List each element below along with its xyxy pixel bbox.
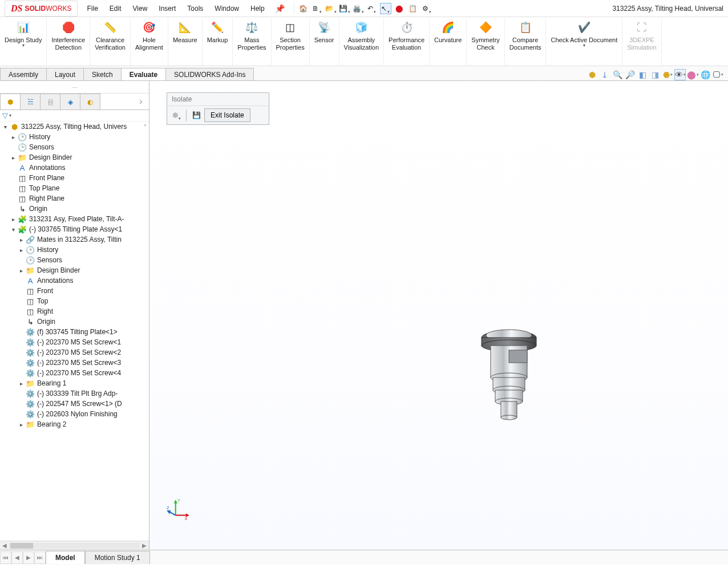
- ribbon-curvature[interactable]: 🌈Curvature: [430, 18, 467, 66]
- ribbon-section-properties[interactable]: ◫SectionProperties: [272, 18, 310, 66]
- bottom-tab-motion-study-1[interactable]: Motion Study 1: [85, 551, 150, 564]
- tree-item[interactable]: ⚙️(-) 202370 M5 Set Screw<2: [0, 347, 149, 358]
- tree-item[interactable]: ▸📁Bearing 2: [0, 419, 149, 429]
- tree-item[interactable]: ⚙️(-) 202603 Nylon Finishing: [0, 409, 149, 419]
- tree-item[interactable]: ▸📁Design Binder: [0, 152, 149, 163]
- tree-item[interactable]: ▸📁Design Binder: [0, 265, 149, 275]
- scene-icon[interactable]: 🌐: [699, 69, 711, 80]
- file-props-icon[interactable]: 📋: [407, 3, 419, 14]
- menu-window[interactable]: Window: [210, 2, 244, 15]
- menu-view[interactable]: View: [128, 2, 152, 15]
- menu-file[interactable]: File: [82, 2, 102, 15]
- config-manager-tab[interactable]: ⌸: [40, 94, 60, 109]
- property-manager-tab[interactable]: ☵: [20, 94, 41, 109]
- tree-item[interactable]: ⚙️(-) 303339 Tilt Plt Brg Adp-: [0, 388, 149, 399]
- tree-item[interactable]: ⚙️(-) 202370 M5 Set Screw<3: [0, 358, 149, 368]
- tab-nav-prev[interactable]: ◀: [11, 551, 23, 564]
- tab-assembly[interactable]: Assembly: [0, 68, 47, 80]
- tree-item[interactable]: ◫Right: [0, 306, 149, 317]
- select-icon[interactable]: ↖: [380, 3, 391, 14]
- tab-nav-last[interactable]: ⏭: [34, 551, 46, 564]
- tree-item[interactable]: ▸🕑History: [0, 132, 149, 142]
- menu-edit[interactable]: Edit: [105, 2, 126, 15]
- twist-icon[interactable]: ▸: [9, 155, 17, 161]
- display-style-icon[interactable]: ⬣: [662, 69, 673, 80]
- tree-item[interactable]: ◫Front: [0, 286, 149, 296]
- tree-item[interactable]: 🕑Sensors: [0, 255, 149, 265]
- appearance-icon[interactable]: ⬤: [687, 69, 698, 80]
- tree-item[interactable]: ▾🧩(-) 303765 Tilting Plate Assy<1: [0, 224, 149, 234]
- feature-tree-tab[interactable]: ⬢: [0, 94, 21, 109]
- tab-evaluate[interactable]: Evaluate: [121, 68, 166, 80]
- dim-tab[interactable]: ◈: [60, 94, 80, 109]
- ribbon-markup[interactable]: ✏️Markup: [203, 18, 233, 66]
- twist-icon[interactable]: ▸: [17, 380, 25, 387]
- tab-nav-next[interactable]: ▶: [23, 551, 34, 564]
- options-icon[interactable]: ⚙: [421, 3, 432, 14]
- hide-show-icon[interactable]: 👁: [674, 69, 686, 80]
- menu-tools[interactable]: Tools: [183, 2, 208, 15]
- ribbon-compare-documents[interactable]: 📋CompareDocuments: [505, 18, 547, 66]
- ribbon-check-active-document[interactable]: ✔️Check Active Document▾: [546, 18, 622, 66]
- menu-insert[interactable]: Insert: [154, 2, 180, 15]
- horizontal-scrollbar[interactable]: ◀ ▶: [0, 541, 149, 550]
- open-icon[interactable]: 📂: [325, 3, 337, 14]
- tab-nav-first[interactable]: ⏮: [0, 551, 11, 564]
- ribbon-performance-evaluation[interactable]: ⏱️PerformanceEvaluation: [384, 18, 430, 66]
- tree-item[interactable]: ◫Right Plane: [0, 193, 149, 204]
- new-doc-icon[interactable]: 🗎: [312, 3, 323, 14]
- tree-item[interactable]: ▸🕑History: [0, 245, 149, 255]
- viewport-settings-icon[interactable]: 🖵: [712, 69, 723, 80]
- save-icon[interactable]: 💾: [339, 3, 350, 14]
- isolate-save-icon[interactable]: 💾: [191, 109, 202, 121]
- tree-item[interactable]: ▸📁Bearing 1: [0, 378, 149, 388]
- ribbon-design-study[interactable]: 📊Design Study▾: [0, 18, 47, 66]
- ribbon-sensor[interactable]: 📡Sensor: [310, 18, 339, 66]
- view-cube-icon[interactable]: ⬢: [587, 69, 598, 80]
- twist-icon[interactable]: ▸: [17, 247, 25, 253]
- section-view-icon[interactable]: ◧: [637, 69, 648, 80]
- ribbon-symmetry-check[interactable]: 🔶SymmetryCheck: [467, 18, 505, 66]
- panel-drag-handle[interactable]: ⸺: [0, 81, 149, 94]
- menu-help[interactable]: Help: [246, 2, 269, 15]
- twist-icon[interactable]: ▾: [9, 226, 17, 233]
- twist-icon[interactable]: ▸: [17, 237, 25, 243]
- tree-item[interactable]: ⚙️(-) 202370 M5 Set Screw<4: [0, 368, 149, 378]
- twist-icon[interactable]: ▸: [17, 267, 25, 274]
- tree-item[interactable]: ⚙️(f) 303745 Tilting Plate<1>: [0, 327, 149, 337]
- tree-item[interactable]: ◫Front Plane: [0, 173, 149, 183]
- tab-solidworks-add-ins[interactable]: SOLIDWORKS Add-Ins: [165, 68, 254, 80]
- panel-more-icon[interactable]: ›: [133, 94, 149, 109]
- ribbon-hole-alignment[interactable]: 🎯HoleAlignment: [131, 18, 168, 66]
- zoom-fit-icon[interactable]: 🔍: [612, 69, 623, 80]
- tree-item[interactable]: ◫Top: [0, 296, 149, 306]
- tab-sketch[interactable]: Sketch: [83, 68, 122, 80]
- twist-icon[interactable]: ▸: [17, 421, 25, 428]
- undo-icon[interactable]: ↶: [366, 3, 378, 14]
- graphics-viewport[interactable]: Isolate ⬢ 💾 Exit Isolate: [149, 81, 728, 550]
- home-icon[interactable]: 🏠: [298, 3, 309, 14]
- print-icon[interactable]: 🖨️: [353, 3, 364, 14]
- ribbon-clearance-verification[interactable]: 📏ClearanceVerification: [90, 18, 131, 66]
- tree-item[interactable]: AAnnotations: [0, 163, 149, 173]
- ribbon-measure[interactable]: 📐Measure: [168, 18, 203, 66]
- pin-icon[interactable]: 📌: [275, 4, 285, 13]
- tree-item[interactable]: AAnnotations: [0, 275, 149, 286]
- twist-icon[interactable]: ▸: [9, 216, 17, 222]
- orient-icon[interactable]: ⤓: [599, 69, 610, 80]
- bottom-tab-model[interactable]: Model: [46, 551, 85, 564]
- isolate-visibility-icon[interactable]: ⬢: [171, 109, 182, 121]
- tree-item[interactable]: ↳Origin: [0, 204, 149, 214]
- tree-item[interactable]: ◫Top Plane: [0, 183, 149, 193]
- rebuild-icon[interactable]: ⬤: [394, 3, 405, 14]
- tree-root[interactable]: ▾ ⬢ 313225 Assy, Tilting Head, Univers ˄: [0, 121, 149, 132]
- ribbon-interference-detection[interactable]: 🛑InterferenceDetection: [47, 18, 90, 66]
- ribbon-mass-properties[interactable]: ⚖️MassProperties: [233, 18, 271, 66]
- tree-item[interactable]: ⚙️(-) 202547 M5 Screw<1> (D: [0, 399, 149, 409]
- zoom-area-icon[interactable]: 🔎: [624, 69, 636, 80]
- display-manager-tab[interactable]: ◐: [80, 94, 100, 109]
- tree-item[interactable]: ↳Origin: [0, 317, 149, 327]
- filter-row[interactable]: ▽ ▾: [0, 110, 149, 121]
- tree-item[interactable]: ▸🧩313231 Asy, Fixed Plate, Tilt-A-: [0, 214, 149, 224]
- tree-item[interactable]: ⚙️(-) 202370 M5 Set Screw<1: [0, 337, 149, 347]
